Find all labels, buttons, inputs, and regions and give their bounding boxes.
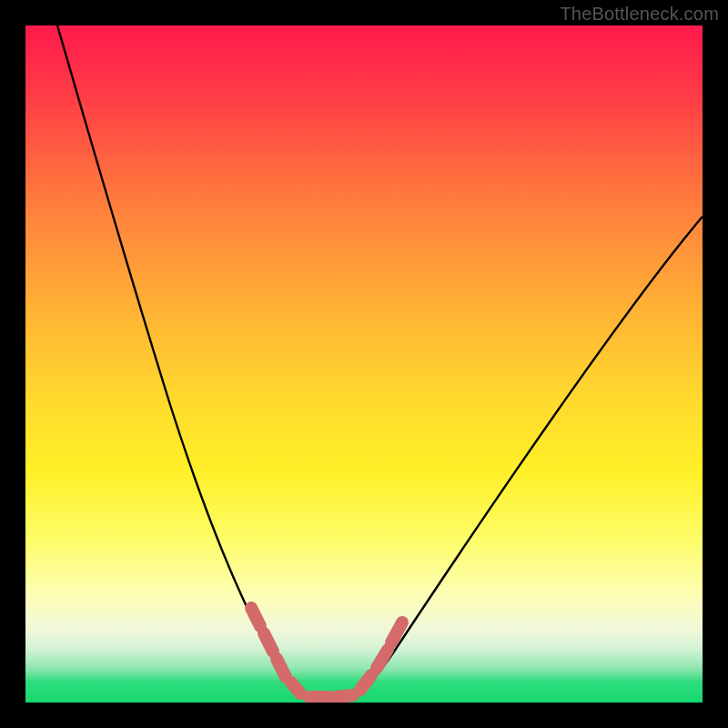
svg-line-0 <box>251 608 260 626</box>
svg-line-1 <box>264 633 273 652</box>
svg-line-5 <box>335 695 353 697</box>
watermark-label: TheBottleneck.com <box>560 4 719 25</box>
svg-line-3 <box>291 682 300 693</box>
svg-line-8 <box>391 622 402 642</box>
svg-line-6 <box>360 675 371 690</box>
svg-line-7 <box>377 650 388 668</box>
svg-line-2 <box>277 659 286 677</box>
chart-frame: TheBottleneck.com <box>0 0 728 728</box>
optimal-range-markers <box>251 608 402 697</box>
chart-svg <box>25 25 703 703</box>
plot-area <box>25 25 703 703</box>
bottleneck-curve <box>57 25 703 697</box>
